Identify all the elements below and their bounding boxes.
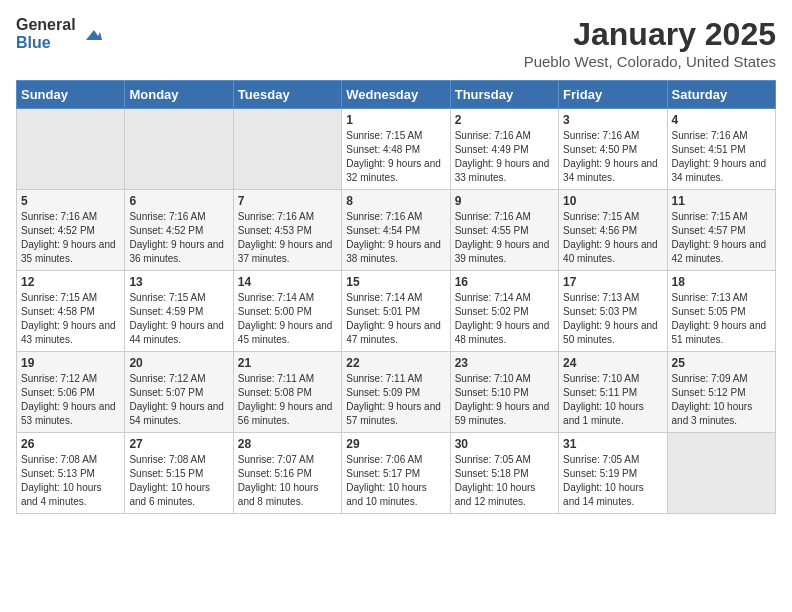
day-info: Sunrise: 7:15 AM Sunset: 4:59 PM Dayligh…	[129, 291, 228, 347]
day-number: 13	[129, 275, 228, 289]
day-info: Sunrise: 7:16 AM Sunset: 4:52 PM Dayligh…	[21, 210, 120, 266]
day-info: Sunrise: 7:05 AM Sunset: 5:18 PM Dayligh…	[455, 453, 554, 509]
day-number: 12	[21, 275, 120, 289]
day-number: 31	[563, 437, 662, 451]
day-number: 14	[238, 275, 337, 289]
day-number: 26	[21, 437, 120, 451]
day-info: Sunrise: 7:16 AM Sunset: 4:54 PM Dayligh…	[346, 210, 445, 266]
calendar-cell: 13Sunrise: 7:15 AM Sunset: 4:59 PM Dayli…	[125, 271, 233, 352]
day-number: 19	[21, 356, 120, 370]
day-info: Sunrise: 7:10 AM Sunset: 5:10 PM Dayligh…	[455, 372, 554, 428]
day-info: Sunrise: 7:16 AM Sunset: 4:49 PM Dayligh…	[455, 129, 554, 185]
day-number: 11	[672, 194, 771, 208]
calendar-cell: 28Sunrise: 7:07 AM Sunset: 5:16 PM Dayli…	[233, 433, 341, 514]
calendar-cell: 10Sunrise: 7:15 AM Sunset: 4:56 PM Dayli…	[559, 190, 667, 271]
day-number: 29	[346, 437, 445, 451]
day-info: Sunrise: 7:15 AM Sunset: 4:48 PM Dayligh…	[346, 129, 445, 185]
day-number: 5	[21, 194, 120, 208]
calendar-week-row: 19Sunrise: 7:12 AM Sunset: 5:06 PM Dayli…	[17, 352, 776, 433]
calendar-cell: 23Sunrise: 7:10 AM Sunset: 5:10 PM Dayli…	[450, 352, 558, 433]
calendar-cell	[125, 109, 233, 190]
calendar-cell: 17Sunrise: 7:13 AM Sunset: 5:03 PM Dayli…	[559, 271, 667, 352]
calendar-cell: 1Sunrise: 7:15 AM Sunset: 4:48 PM Daylig…	[342, 109, 450, 190]
day-number: 16	[455, 275, 554, 289]
day-info: Sunrise: 7:12 AM Sunset: 5:07 PM Dayligh…	[129, 372, 228, 428]
calendar-cell: 5Sunrise: 7:16 AM Sunset: 4:52 PM Daylig…	[17, 190, 125, 271]
month-title: January 2025	[524, 16, 776, 53]
day-info: Sunrise: 7:15 AM Sunset: 4:57 PM Dayligh…	[672, 210, 771, 266]
calendar-cell: 15Sunrise: 7:14 AM Sunset: 5:01 PM Dayli…	[342, 271, 450, 352]
day-info: Sunrise: 7:15 AM Sunset: 4:56 PM Dayligh…	[563, 210, 662, 266]
day-number: 7	[238, 194, 337, 208]
logo-icon	[80, 22, 104, 46]
day-info: Sunrise: 7:10 AM Sunset: 5:11 PM Dayligh…	[563, 372, 662, 428]
day-number: 8	[346, 194, 445, 208]
day-info: Sunrise: 7:14 AM Sunset: 5:01 PM Dayligh…	[346, 291, 445, 347]
weekday-header-monday: Monday	[125, 81, 233, 109]
day-info: Sunrise: 7:14 AM Sunset: 5:02 PM Dayligh…	[455, 291, 554, 347]
day-info: Sunrise: 7:13 AM Sunset: 5:03 PM Dayligh…	[563, 291, 662, 347]
calendar-table: SundayMondayTuesdayWednesdayThursdayFrid…	[16, 80, 776, 514]
calendar-cell: 25Sunrise: 7:09 AM Sunset: 5:12 PM Dayli…	[667, 352, 775, 433]
day-number: 6	[129, 194, 228, 208]
weekday-header-tuesday: Tuesday	[233, 81, 341, 109]
calendar-week-row: 1Sunrise: 7:15 AM Sunset: 4:48 PM Daylig…	[17, 109, 776, 190]
calendar-cell: 3Sunrise: 7:16 AM Sunset: 4:50 PM Daylig…	[559, 109, 667, 190]
day-number: 27	[129, 437, 228, 451]
day-info: Sunrise: 7:08 AM Sunset: 5:15 PM Dayligh…	[129, 453, 228, 509]
day-info: Sunrise: 7:13 AM Sunset: 5:05 PM Dayligh…	[672, 291, 771, 347]
calendar-cell: 18Sunrise: 7:13 AM Sunset: 5:05 PM Dayli…	[667, 271, 775, 352]
calendar-cell: 2Sunrise: 7:16 AM Sunset: 4:49 PM Daylig…	[450, 109, 558, 190]
day-info: Sunrise: 7:16 AM Sunset: 4:52 PM Dayligh…	[129, 210, 228, 266]
location: Pueblo West, Colorado, United States	[524, 53, 776, 70]
calendar-cell: 7Sunrise: 7:16 AM Sunset: 4:53 PM Daylig…	[233, 190, 341, 271]
day-info: Sunrise: 7:14 AM Sunset: 5:00 PM Dayligh…	[238, 291, 337, 347]
day-number: 20	[129, 356, 228, 370]
day-number: 15	[346, 275, 445, 289]
weekday-header-row: SundayMondayTuesdayWednesdayThursdayFrid…	[17, 81, 776, 109]
day-info: Sunrise: 7:08 AM Sunset: 5:13 PM Dayligh…	[21, 453, 120, 509]
day-info: Sunrise: 7:15 AM Sunset: 4:58 PM Dayligh…	[21, 291, 120, 347]
day-info: Sunrise: 7:11 AM Sunset: 5:09 PM Dayligh…	[346, 372, 445, 428]
calendar-week-row: 5Sunrise: 7:16 AM Sunset: 4:52 PM Daylig…	[17, 190, 776, 271]
calendar-cell	[233, 109, 341, 190]
weekday-header-thursday: Thursday	[450, 81, 558, 109]
calendar-cell: 31Sunrise: 7:05 AM Sunset: 5:19 PM Dayli…	[559, 433, 667, 514]
calendar-cell: 12Sunrise: 7:15 AM Sunset: 4:58 PM Dayli…	[17, 271, 125, 352]
day-number: 9	[455, 194, 554, 208]
weekday-header-friday: Friday	[559, 81, 667, 109]
calendar-cell: 30Sunrise: 7:05 AM Sunset: 5:18 PM Dayli…	[450, 433, 558, 514]
calendar-cell: 19Sunrise: 7:12 AM Sunset: 5:06 PM Dayli…	[17, 352, 125, 433]
day-number: 22	[346, 356, 445, 370]
page-header: General Blue January 2025 Pueblo West, C…	[16, 16, 776, 70]
calendar-cell	[667, 433, 775, 514]
day-number: 28	[238, 437, 337, 451]
day-number: 4	[672, 113, 771, 127]
day-info: Sunrise: 7:05 AM Sunset: 5:19 PM Dayligh…	[563, 453, 662, 509]
day-info: Sunrise: 7:11 AM Sunset: 5:08 PM Dayligh…	[238, 372, 337, 428]
title-block: January 2025 Pueblo West, Colorado, Unit…	[524, 16, 776, 70]
calendar-cell: 29Sunrise: 7:06 AM Sunset: 5:17 PM Dayli…	[342, 433, 450, 514]
day-info: Sunrise: 7:16 AM Sunset: 4:53 PM Dayligh…	[238, 210, 337, 266]
day-info: Sunrise: 7:09 AM Sunset: 5:12 PM Dayligh…	[672, 372, 771, 428]
day-info: Sunrise: 7:16 AM Sunset: 4:55 PM Dayligh…	[455, 210, 554, 266]
calendar-cell: 22Sunrise: 7:11 AM Sunset: 5:09 PM Dayli…	[342, 352, 450, 433]
calendar-cell: 11Sunrise: 7:15 AM Sunset: 4:57 PM Dayli…	[667, 190, 775, 271]
logo: General Blue	[16, 16, 104, 51]
calendar-week-row: 26Sunrise: 7:08 AM Sunset: 5:13 PM Dayli…	[17, 433, 776, 514]
day-number: 3	[563, 113, 662, 127]
logo-blue-text: Blue	[16, 34, 76, 52]
weekday-header-sunday: Sunday	[17, 81, 125, 109]
logo-general-text: General	[16, 16, 76, 34]
calendar-cell: 26Sunrise: 7:08 AM Sunset: 5:13 PM Dayli…	[17, 433, 125, 514]
calendar-cell: 21Sunrise: 7:11 AM Sunset: 5:08 PM Dayli…	[233, 352, 341, 433]
day-number: 25	[672, 356, 771, 370]
day-number: 1	[346, 113, 445, 127]
calendar-cell: 20Sunrise: 7:12 AM Sunset: 5:07 PM Dayli…	[125, 352, 233, 433]
day-number: 17	[563, 275, 662, 289]
day-info: Sunrise: 7:16 AM Sunset: 4:51 PM Dayligh…	[672, 129, 771, 185]
calendar-cell: 4Sunrise: 7:16 AM Sunset: 4:51 PM Daylig…	[667, 109, 775, 190]
day-info: Sunrise: 7:12 AM Sunset: 5:06 PM Dayligh…	[21, 372, 120, 428]
calendar-cell: 24Sunrise: 7:10 AM Sunset: 5:11 PM Dayli…	[559, 352, 667, 433]
calendar-week-row: 12Sunrise: 7:15 AM Sunset: 4:58 PM Dayli…	[17, 271, 776, 352]
